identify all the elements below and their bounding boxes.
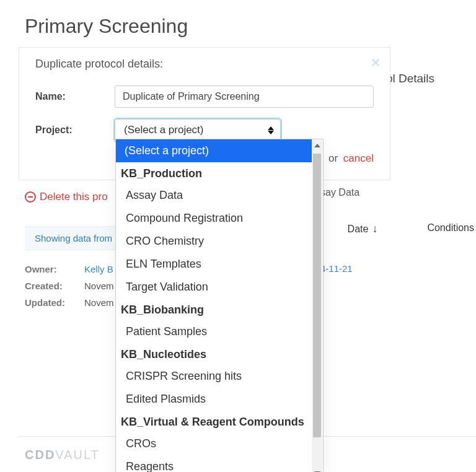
assay-data-partial: say Data	[320, 187, 359, 198]
delete-protocol-link[interactable]: Delete this pro	[25, 191, 108, 203]
meta-owner-label: Owner:	[25, 264, 73, 274]
brand-bold: CDD	[25, 448, 55, 461]
arrow-down-icon: ↓	[372, 222, 377, 235]
dropdown-option[interactable]: CROs	[116, 432, 312, 455]
meta-updated-value: Novem	[84, 297, 114, 308]
minus-circle-icon	[25, 191, 36, 203]
dropdown-option[interactable]: CRO Chemistry	[116, 230, 312, 253]
project-label: Project:	[35, 125, 115, 136]
page-title: Primary Screening	[0, 0, 476, 45]
name-field[interactable]	[115, 85, 374, 108]
th-conditions[interactable]: Conditions	[427, 222, 474, 235]
th-date[interactable]: Date ↓	[348, 222, 378, 235]
dropdown-option[interactable]: CRISPR Screening hits	[116, 365, 312, 388]
dropdown-option[interactable]: Compound Registration	[116, 207, 312, 230]
th-date-label: Date	[348, 224, 369, 235]
close-icon[interactable]: ×	[371, 54, 380, 71]
dropdown-group: KB_Production	[116, 162, 312, 184]
brand-light: VAULT	[55, 448, 100, 461]
dropdown-option[interactable]: Edited Plasmids	[116, 388, 312, 411]
run-date-link[interactable]: 4-11-21	[320, 263, 353, 274]
brand-footer: CDDVAULT	[25, 448, 100, 462]
select-arrows-icon	[268, 126, 274, 134]
project-select[interactable]: (Select a project)	[115, 119, 281, 141]
scrollbar-thumb[interactable]	[313, 154, 321, 437]
project-row: Project: (Select a project)	[35, 119, 374, 141]
meta-created-row: Created: Novem	[25, 281, 114, 291]
delete-protocol-label: Delete this pro	[40, 191, 108, 203]
dropdown-group: KB_Nucleotides	[116, 343, 312, 365]
protocol-meta: Owner: Kelly B Created: Novem Updated: N…	[25, 264, 114, 314]
meta-owner-row: Owner: Kelly B	[25, 264, 114, 274]
dropdown-option[interactable]: Patient Samples	[116, 320, 312, 343]
dropdown-option[interactable]: ELN Templates	[116, 253, 312, 276]
cancel-button[interactable]: cancel	[343, 152, 374, 164]
dropdown-group: KB_Virtual & Reagent Compounds	[116, 411, 312, 432]
meta-owner-value[interactable]: Kelly B	[84, 264, 113, 274]
table-header-row: Date ↓ Conditions	[348, 222, 474, 235]
meta-created-value: Novem	[84, 281, 114, 291]
name-row: Name:	[35, 85, 374, 108]
modal-title: Duplicate protocol details:	[35, 58, 374, 71]
or-text: or	[328, 152, 338, 164]
project-select-display[interactable]: (Select a project)	[115, 119, 281, 141]
dropdown-group: KB_Biobanking	[116, 299, 312, 320]
meta-created-label: Created:	[25, 281, 73, 291]
scroll-up-icon[interactable]	[312, 140, 322, 151]
dropdown-option[interactable]: Assay Data	[116, 184, 312, 207]
meta-updated-label: Updated:	[25, 297, 73, 308]
dropdown-placeholder-option[interactable]: (Select a project)	[116, 139, 312, 162]
scrollbar[interactable]	[312, 140, 322, 472]
dropdown-option[interactable]: Reagents	[116, 455, 312, 472]
dropdown-option[interactable]: Target Validation	[116, 276, 312, 299]
name-label: Name:	[35, 91, 115, 102]
project-select-value: (Select a project)	[124, 124, 204, 136]
scroll-down-icon[interactable]	[312, 468, 322, 472]
project-dropdown[interactable]: (Select a project)KB_ProductionAssay Dat…	[115, 139, 324, 472]
meta-updated-row: Updated: Novem	[25, 297, 114, 308]
